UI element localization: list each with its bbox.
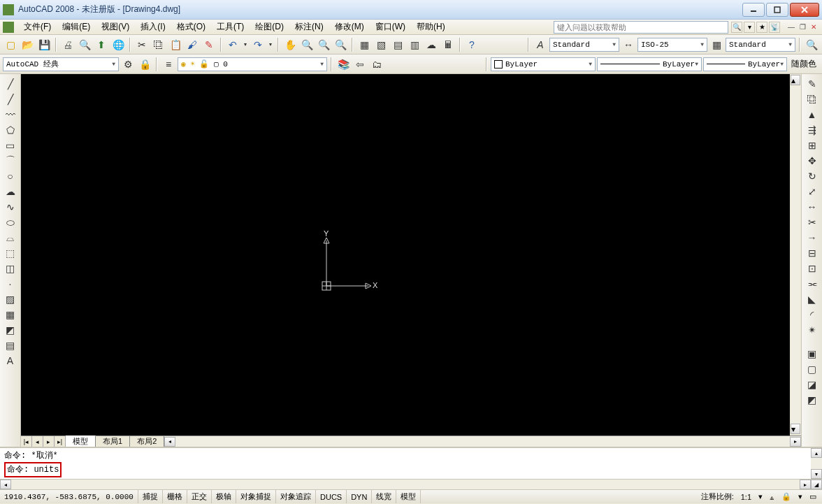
trim-icon[interactable]: ✂	[805, 215, 820, 229]
order-back-icon[interactable]: ▢	[805, 362, 820, 376]
hscroll-left-button[interactable]: ◂	[164, 437, 175, 447]
polyline-icon[interactable]: 〰	[3, 108, 18, 122]
line-icon[interactable]: ╱	[3, 77, 18, 91]
command-hscroll[interactable]: ◂ ▸ ◢	[0, 479, 822, 489]
scale-icon[interactable]: ⤢	[805, 185, 820, 199]
status-otrack[interactable]: 对象追踪	[276, 490, 316, 503]
tab-first-icon[interactable]: |◂	[21, 436, 32, 447]
copy-obj-icon[interactable]: ⿻	[805, 92, 820, 106]
rotate-icon[interactable]: ↻	[805, 169, 820, 183]
block-make-icon[interactable]: ◫	[3, 261, 18, 275]
status-lwt[interactable]: 线宽	[372, 490, 396, 503]
circle-icon[interactable]: ○	[3, 169, 18, 183]
offset-icon[interactable]: ⇶	[805, 123, 820, 137]
workspace-settings-icon[interactable]: ⚙	[120, 57, 136, 72]
table-icon[interactable]: ▤	[3, 338, 18, 352]
tab-prev-icon[interactable]: ◂	[32, 436, 43, 447]
annoscale-lock-icon[interactable]: 🔒	[779, 492, 794, 501]
xline-icon[interactable]: ╱	[3, 92, 18, 106]
design-center-icon[interactable]: ▧	[373, 37, 389, 52]
linetype-combo[interactable]: ByLayer▼	[597, 57, 702, 71]
status-ortho[interactable]: 正交	[187, 490, 212, 503]
calc-icon[interactable]: 🖩	[440, 37, 456, 52]
status-grid[interactable]: 栅格	[163, 490, 187, 503]
canvas-hscroll[interactable]: ◂ ▸	[164, 436, 801, 447]
textstyle-combo[interactable]: Standard▼	[549, 38, 619, 52]
block-edit-icon[interactable]: ✎	[201, 37, 217, 52]
color-combo[interactable]: ByLayer▼	[491, 57, 596, 71]
undo-dropdown-icon[interactable]: ▾	[242, 37, 249, 52]
hscroll-right-button[interactable]: ▸	[790, 437, 801, 447]
vscroll-down-button[interactable]: ▾	[791, 424, 800, 434]
textstyle-icon[interactable]: A	[533, 37, 548, 52]
new-icon[interactable]: ▢	[3, 37, 18, 52]
zoom-rt-icon[interactable]: 🔍	[299, 37, 315, 52]
layer-props-icon[interactable]: ≡	[161, 57, 176, 72]
tab-last-icon[interactable]: ▸|	[55, 436, 66, 447]
undo-icon[interactable]: ↶	[225, 37, 240, 52]
break-point-icon[interactable]: ⊟	[805, 246, 820, 260]
region-icon[interactable]: ◩	[3, 323, 18, 337]
break-icon[interactable]: ⊡	[805, 261, 820, 275]
tab-next-icon[interactable]: ▸	[43, 436, 55, 447]
star-icon[interactable]: ★	[756, 22, 767, 33]
ellipse-icon[interactable]: ⬭	[3, 215, 18, 229]
menu-format[interactable]: 格式(O)	[171, 20, 211, 34]
help-icon[interactable]: ?	[464, 37, 480, 52]
maximize-button[interactable]	[766, 3, 788, 17]
search-style-icon[interactable]: 🔍	[804, 37, 819, 52]
redo-dropdown-icon[interactable]: ▾	[267, 37, 274, 52]
tab-layout2[interactable]: 布局2	[130, 436, 164, 447]
order-above-icon[interactable]: ◪	[805, 377, 820, 391]
annoscale-dd-icon[interactable]: ▾	[756, 492, 765, 501]
annoscale-value[interactable]: 1:1	[738, 493, 754, 501]
tab-layout1[interactable]: 布局1	[96, 436, 130, 447]
world-icon[interactable]: 🌐	[110, 37, 126, 52]
rectangle-icon[interactable]: ▭	[3, 138, 18, 152]
spline-icon[interactable]: ∿	[3, 200, 18, 214]
satellite-icon[interactable]: 📡	[769, 22, 780, 33]
status-model[interactable]: 模型	[396, 490, 421, 503]
layer-combo[interactable]: ◉ ☀ 🔓 ▢ 0 ▼	[178, 57, 327, 71]
annoscale-icon[interactable]: ⟁	[767, 493, 777, 501]
doc-minimize-button[interactable]: ―	[786, 22, 797, 32]
paste-icon[interactable]: 📋	[168, 37, 183, 52]
cleanscreen-icon[interactable]: ▭	[807, 492, 819, 501]
menu-edit[interactable]: 编辑(E)	[57, 20, 96, 34]
command-text[interactable]: 命令: *取消* 命令: units	[0, 448, 811, 479]
layer-tools-icon[interactable]: 🗂	[369, 57, 384, 72]
zoom-prev-icon[interactable]: 🔍	[316, 37, 331, 52]
publish-icon[interactable]: ⬆	[94, 37, 109, 52]
cut-icon[interactable]: ✂	[134, 37, 150, 52]
search-icon[interactable]: 🔍	[731, 22, 742, 33]
lineweight-combo[interactable]: ByLayer▼	[703, 57, 787, 71]
menu-insert[interactable]: 插入(I)	[135, 20, 171, 34]
command-vscroll[interactable]: ▴▾	[811, 448, 822, 479]
point-icon[interactable]: ·	[3, 277, 18, 291]
coords-display[interactable]: 1910.4367, -583.6875, 0.0000	[0, 490, 138, 503]
block-insert-icon[interactable]: ⬚	[3, 246, 18, 260]
doc-close-button[interactable]: ✕	[808, 22, 819, 32]
menu-draw[interactable]: 绘图(D)	[250, 20, 289, 34]
menu-file[interactable]: 文件(F)	[18, 20, 57, 34]
save-icon[interactable]: 💾	[36, 37, 52, 52]
close-button[interactable]	[790, 3, 819, 17]
help-search-input[interactable]	[554, 21, 728, 34]
tool-palette-icon[interactable]: ▤	[390, 37, 405, 52]
extend-icon[interactable]: →	[805, 231, 820, 245]
workspace-combo[interactable]: AutoCAD 经典▼	[3, 57, 119, 71]
minimize-button[interactable]	[742, 3, 765, 17]
fillet-icon[interactable]: ◜	[805, 308, 820, 322]
chevron-down-icon[interactable]: ▾	[744, 22, 755, 33]
menu-dim[interactable]: 标注(N)	[289, 20, 329, 34]
explode-icon[interactable]: ✴	[805, 323, 820, 337]
redo-icon[interactable]: ↷	[250, 37, 266, 52]
tablestyle-combo[interactable]: Standard▼	[726, 38, 795, 52]
pan-icon[interactable]: ✋	[282, 37, 298, 52]
print-icon[interactable]: 🖨	[60, 37, 75, 52]
drawing-canvas[interactable]: X Y ▴ ▾	[21, 74, 801, 435]
menu-tools[interactable]: 工具(T)	[211, 20, 250, 34]
status-ducs[interactable]: DUCS	[316, 490, 347, 503]
properties-icon[interactable]: ▦	[356, 37, 372, 52]
array-icon[interactable]: ⊞	[805, 138, 820, 152]
